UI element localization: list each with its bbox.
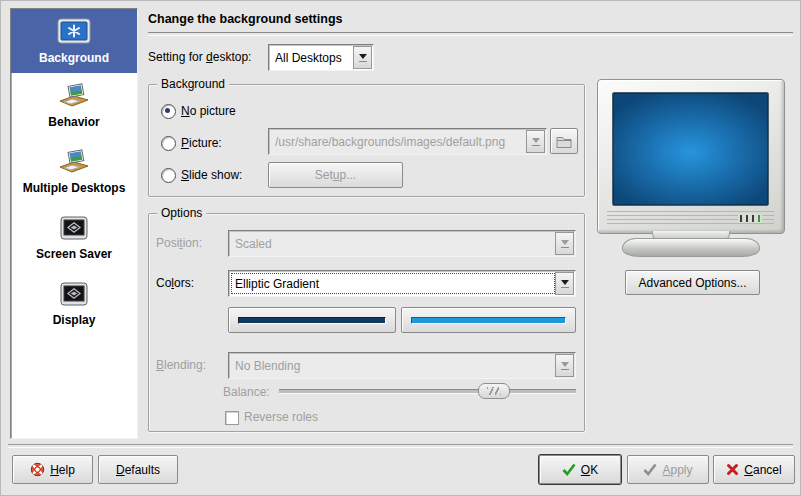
chevron-down-icon — [555, 232, 574, 255]
led — [746, 215, 748, 222]
color1-button[interactable] — [228, 307, 396, 333]
desktop-selector-combo[interactable]: All Desktops — [268, 44, 374, 71]
ok-button-label: OK — [581, 463, 598, 477]
no-picture-radio[interactable] — [161, 104, 176, 119]
blending-value: No Blending — [235, 353, 555, 378]
options-group-title: Options — [157, 206, 206, 221]
module-list: Background Behavior — [10, 8, 138, 439]
sidebar-item-label: Screen Saver — [36, 247, 112, 261]
monitor-stand-base — [622, 238, 760, 257]
colors-combo[interactable]: Elliptic Gradient — [228, 270, 576, 297]
reverse-roles-label: Reverse roles — [244, 410, 318, 425]
advanced-options-button[interactable]: Advanced Options... — [625, 270, 760, 295]
picture-path-combo: /usr/share/backgrounds/images/default.pn… — [268, 128, 547, 155]
setup-button-label: Setup... — [315, 168, 356, 182]
colors-value: Elliptic Gradient — [235, 271, 555, 296]
check-icon-disabled — [643, 463, 657, 476]
defaults-button-label: Defaults — [116, 463, 160, 477]
balance-slider-groove — [279, 389, 576, 394]
background-group: Background No picture Picture: /usr/shar… — [148, 84, 585, 197]
monitor-screen — [612, 92, 769, 206]
page-title: Change the background settings — [148, 12, 342, 26]
color2-button[interactable] — [401, 307, 576, 333]
position-value: Scaled — [235, 231, 555, 256]
sidebar-item-background[interactable]: Background — [11, 9, 137, 73]
balance-label: Balance: — [223, 385, 270, 400]
options-group: Options Position: Scaled Colors: Ellipti… — [148, 213, 585, 432]
slide-show-label: Slide show: — [181, 168, 242, 183]
help-button-label: Help — [50, 463, 75, 477]
led — [740, 215, 742, 222]
dark-monitor-icon — [59, 213, 89, 245]
advanced-options-label: Advanced Options... — [638, 276, 746, 290]
monitor-leds — [738, 214, 762, 223]
picture-radio[interactable] — [161, 136, 176, 151]
position-combo: Scaled — [228, 230, 576, 257]
monitor-vents — [607, 211, 774, 225]
reverse-roles-checkbox — [225, 411, 239, 425]
ok-button[interactable]: OK — [539, 455, 621, 484]
power-led — [758, 215, 760, 222]
apply-button: Apply — [627, 455, 709, 484]
sidebar-item-label: Display — [53, 313, 96, 327]
slide-show-radio[interactable] — [161, 168, 176, 183]
dark-monitor-icon — [59, 279, 89, 311]
color1-swatch — [238, 317, 386, 324]
check-icon — [562, 463, 576, 476]
sidebar-item-behavior[interactable]: Behavior — [11, 73, 137, 139]
sidebar-item-screen-saver[interactable]: Screen Saver — [11, 205, 137, 271]
cancel-button-label: Cancel — [744, 463, 781, 477]
colors-label: Colors: — [156, 276, 194, 291]
help-button[interactable]: Help — [12, 455, 93, 484]
desktop-stack-icon — [57, 147, 91, 179]
sidebar-item-display[interactable]: Display — [11, 271, 137, 337]
background-monitor-icon — [57, 17, 91, 49]
chevron-down-icon — [526, 130, 545, 153]
chevron-down-icon — [353, 46, 372, 69]
x-icon — [726, 463, 739, 476]
color2-swatch — [411, 317, 566, 324]
blending-combo: No Blending — [228, 352, 576, 379]
background-group-title: Background — [157, 77, 229, 92]
header-separator — [148, 32, 793, 36]
no-picture-label: No picture — [181, 104, 236, 119]
kcontrol-background-dialog: { "header": { "title": "Change the backg… — [0, 0, 801, 496]
desktop-selector-label: Setting for desktop: — [148, 50, 251, 65]
defaults-button[interactable]: Defaults — [98, 455, 178, 484]
footer-separator — [8, 444, 793, 448]
help-icon — [30, 462, 45, 477]
folder-icon — [556, 135, 572, 148]
desktop-stack-icon — [57, 81, 91, 113]
sidebar-item-label: Behavior — [48, 115, 99, 129]
chevron-down-icon — [555, 272, 574, 295]
picture-label: Picture: — [181, 136, 222, 151]
balance-slider-handle — [478, 383, 510, 399]
picture-path-value: /usr/share/backgrounds/images/default.pn… — [275, 129, 526, 154]
desktop-selector-value: All Desktops — [275, 45, 353, 70]
led — [752, 215, 754, 222]
position-label: Position: — [156, 236, 202, 251]
sidebar-item-label: Multiple Desktops — [23, 181, 126, 195]
blending-label: Blending: — [156, 358, 206, 373]
sidebar-item-label: Background — [39, 51, 109, 65]
apply-button-label: Apply — [662, 463, 692, 477]
sidebar-item-multiple-desktops[interactable]: Multiple Desktops — [11, 139, 137, 205]
cancel-button[interactable]: Cancel — [713, 455, 795, 484]
chevron-down-icon — [555, 354, 574, 377]
browse-button — [550, 128, 578, 154]
monitor-preview — [597, 79, 785, 234]
setup-button: Setup... — [268, 162, 403, 188]
